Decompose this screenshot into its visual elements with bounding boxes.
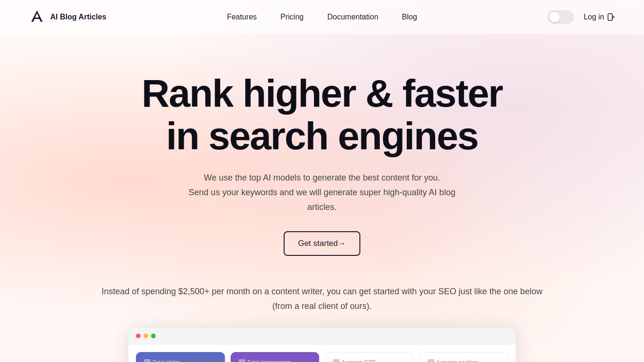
checkbox-icon [144,359,151,362]
checkbox-icon-3 [333,359,340,362]
get-started-button[interactable]: Get started→ [284,231,360,256]
nav-right: Log in [547,10,616,24]
login-label: Log in [583,13,604,21]
hero-title: Rank higher & faster in search engines [109,72,535,157]
metric-avg-ctr: Average CTR 2.1% ? [325,352,414,362]
hero-section: Rank higher & faster in search engines W… [0,34,644,256]
logo-icon [28,9,45,26]
metric-total-clicks: Total clicks 1.1K ? [136,352,225,362]
nav-blog[interactable]: Blog [402,13,417,21]
window-close-dot [136,334,141,338]
nav-links: Features Pricing Documentation Blog [227,13,417,21]
metric-avg-position-label: Average position [428,359,501,362]
dashboard-titlebar [128,328,516,344]
metric-avg-position: Average position 23.9 ? [420,352,509,362]
metric-total-clicks-label: Total clicks [144,359,217,362]
login-button[interactable]: Log in [583,13,616,21]
checkbox-icon-4 [428,359,434,362]
logo-text: AI Blog Articles [50,13,107,21]
window-expand-dot [151,334,156,338]
logo-link[interactable]: AI Blog Articles [28,9,107,26]
metric-total-impressions-label: Total impressions [239,359,312,362]
metric-avg-ctr-label: Average CTR [333,359,406,362]
login-icon [607,13,616,21]
dashboard-preview: Total clicks 1.1K ? Total impressions 52… [128,327,516,362]
svg-rect-0 [608,14,612,20]
hero-subtitle: We use the top AI models to generate the… [180,171,464,214]
checkbox-icon-2 [239,359,245,362]
navbar: AI Blog Articles Features Pricing Docume… [0,0,644,34]
metric-total-impressions: Total impressions 52.1K ? [231,352,320,362]
window-minimize-dot [143,334,148,338]
dashboard-metrics: Total clicks 1.1K ? Total impressions 52… [128,344,516,362]
toggle-knob [549,12,560,22]
below-hero-section: Instead of spending $2,500+ per month on… [0,284,644,313]
theme-toggle[interactable] [547,10,574,24]
nav-documentation[interactable]: Documentation [327,13,378,21]
nav-pricing[interactable]: Pricing [280,13,304,21]
below-hero-text: Instead of spending $2,500+ per month on… [95,284,549,313]
nav-features[interactable]: Features [227,13,257,21]
